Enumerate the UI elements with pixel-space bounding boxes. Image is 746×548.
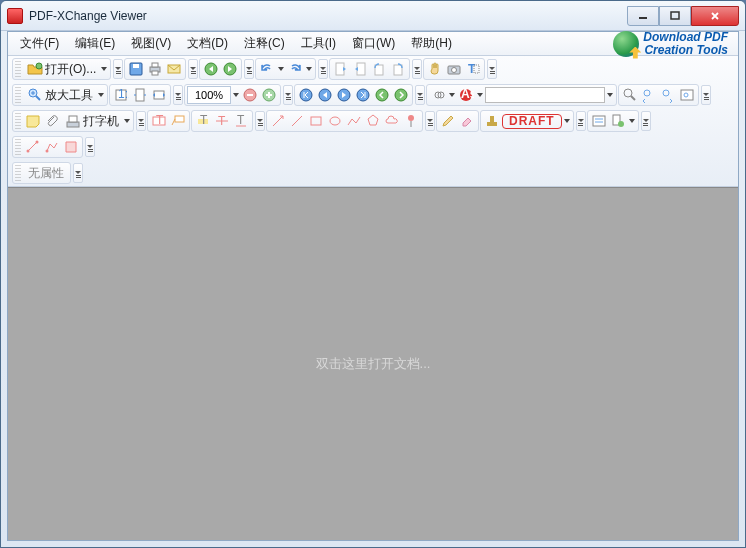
overflow-handle[interactable] [576,111,586,131]
find-button[interactable] [621,86,639,104]
polyline-tool-button[interactable] [345,112,363,130]
menu-tools[interactable]: 工具(I) [293,33,344,54]
menu-help[interactable]: 帮助(H) [403,33,460,54]
print-button[interactable] [146,60,164,78]
save-button[interactable] [127,60,145,78]
arrow-tool-button[interactable] [269,112,287,130]
grip-icon[interactable] [15,113,21,129]
textbox-button[interactable]: T [150,112,168,130]
search-panel-button[interactable] [678,86,696,104]
email-button[interactable] [165,60,183,78]
zoom-tool-dropdown[interactable] [97,93,105,97]
perimeter-tool-button[interactable] [43,138,61,156]
stamp-dropdown[interactable] [563,119,571,123]
overflow-handle[interactable] [425,111,435,131]
cloud-tool-button[interactable] [383,112,401,130]
undo-button[interactable] [258,60,276,78]
pushpin-button[interactable] [402,112,420,130]
actual-size-button[interactable]: 1:1 [112,86,130,104]
eraser-tool-button[interactable] [458,112,476,130]
first-page-button[interactable] [297,86,315,104]
nav-back-button[interactable] [202,60,220,78]
rotate-left-button[interactable] [370,60,388,78]
typewriter-button[interactable]: 打字机 [62,112,122,130]
next-page-nav-button[interactable] [335,86,353,104]
overflow-handle[interactable] [412,59,422,79]
undo-dropdown[interactable] [277,67,285,71]
distance-tool-button[interactable] [24,138,42,156]
underline-button[interactable]: T [232,112,250,130]
callout-button[interactable] [169,112,187,130]
menu-edit[interactable]: 编辑(E) [67,33,123,54]
find-next-button[interactable] [659,86,677,104]
link-tool-button[interactable] [429,86,447,104]
overflow-handle[interactable] [73,163,83,183]
overflow-handle[interactable] [283,85,293,105]
summarize-dropdown[interactable] [628,119,636,123]
sticky-note-button[interactable] [24,112,42,130]
stamp-tool-button[interactable] [483,112,501,130]
overflow-handle[interactable] [255,111,265,131]
show-comments-button[interactable] [590,112,608,130]
overflow-handle[interactable] [701,85,711,105]
download-pdf-tools-link[interactable]: Download PDF Creation Tools [613,31,734,57]
grip-icon[interactable] [15,165,21,181]
grip-icon[interactable] [15,87,21,103]
prev-page-button[interactable] [332,60,350,78]
highlight-button[interactable]: T [194,112,212,130]
close-button[interactable] [691,6,739,26]
search-dropdown[interactable] [606,93,614,97]
overflow-handle[interactable] [641,111,651,131]
menu-view[interactable]: 视图(V) [123,33,179,54]
oval-tool-button[interactable] [326,112,344,130]
ask-dropdown[interactable] [476,93,484,97]
document-area[interactable]: 双击这里打开文档... [8,187,738,540]
ask-button[interactable]: Ask [457,86,475,104]
grip-icon[interactable] [15,61,21,77]
overflow-handle[interactable] [415,85,425,105]
overflow-handle[interactable] [188,59,198,79]
zoom-tool-button[interactable]: 放大工具 [24,86,96,104]
overflow-handle[interactable] [136,111,146,131]
hand-tool-button[interactable] [426,60,444,78]
open-dropdown[interactable] [100,67,108,71]
zoom-out-button[interactable] [241,86,259,104]
area-tool-button[interactable] [62,138,80,156]
prev-page-nav-button[interactable] [316,86,334,104]
overflow-handle[interactable] [244,59,254,79]
summarize-button[interactable] [609,112,627,130]
fit-width-button[interactable] [150,86,168,104]
overflow-handle[interactable] [85,137,95,157]
redo-button[interactable] [286,60,304,78]
overflow-handle[interactable] [173,85,183,105]
strikeout-button[interactable]: T [213,112,231,130]
next-view-button[interactable] [392,86,410,104]
zoom-dropdown[interactable] [232,93,240,97]
select-tool-button[interactable]: T [464,60,482,78]
menu-document[interactable]: 文档(D) [179,33,236,54]
search-field[interactable] [485,87,605,103]
fit-page-button[interactable] [131,86,149,104]
redo-dropdown[interactable] [305,67,313,71]
typewriter-dropdown[interactable] [123,119,131,123]
stamp-draft-button[interactable]: DRAFT [502,114,562,129]
rectangle-tool-button[interactable] [307,112,325,130]
minimize-button[interactable] [627,6,659,26]
next-page-button[interactable] [351,60,369,78]
overflow-handle[interactable] [113,59,123,79]
prev-view-button[interactable] [373,86,391,104]
open-button[interactable]: 打开(O)... [24,60,99,78]
nav-forward-button[interactable] [221,60,239,78]
menu-window[interactable]: 窗口(W) [344,33,403,54]
zoom-input[interactable] [187,86,231,104]
grip-icon[interactable] [15,139,21,155]
zoom-in-button[interactable] [260,86,278,104]
menu-file[interactable]: 文件(F) [12,33,67,54]
pencil-tool-button[interactable] [439,112,457,130]
attach-file-button[interactable] [43,112,61,130]
menu-comment[interactable]: 注释(C) [236,33,293,54]
line-tool-button[interactable] [288,112,306,130]
polygon-tool-button[interactable] [364,112,382,130]
maximize-button[interactable] [659,6,691,26]
overflow-handle[interactable] [487,59,497,79]
